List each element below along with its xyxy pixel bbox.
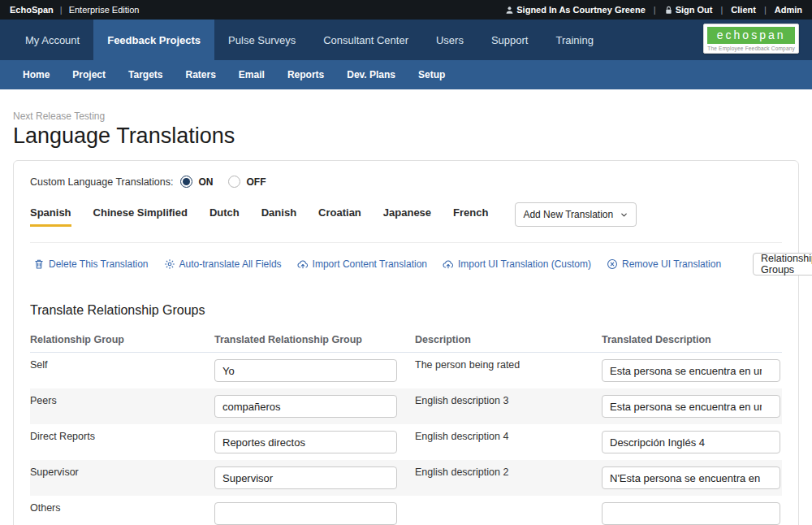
subnav-item-targets[interactable]: Targets bbox=[117, 60, 174, 89]
custom-translations-toggle: Custom Language Translations: ON OFF bbox=[30, 176, 782, 188]
section-filter-select[interactable]: Relationship Groups bbox=[753, 253, 812, 276]
lightbulb-icon[interactable] bbox=[763, 471, 775, 484]
subnav-item-dev-plans[interactable]: Dev. Plans bbox=[335, 60, 407, 89]
translated-description-input[interactable] bbox=[602, 431, 780, 453]
translated-group-input[interactable] bbox=[214, 502, 397, 525]
relationship-group-label: Direct Reports bbox=[30, 424, 214, 442]
nav-item-support[interactable]: Support bbox=[477, 20, 542, 60]
nav-item-feedback-projects[interactable]: Feedback Projects bbox=[93, 20, 214, 60]
radio-off[interactable] bbox=[228, 176, 240, 188]
auto-translate-all-fields-link[interactable]: Auto-translate All Fields bbox=[164, 258, 282, 270]
relationship-group-label: Supervisor bbox=[30, 460, 214, 478]
primary-nav: My AccountFeedback ProjectsPulse Surveys… bbox=[0, 20, 812, 60]
divider: | bbox=[764, 5, 767, 15]
language-tabs: SpanishChinese SimplifiedDutchDanishCroa… bbox=[30, 202, 782, 231]
lightbulb-icon[interactable] bbox=[380, 507, 392, 519]
subnav-item-home[interactable]: Home bbox=[11, 60, 61, 89]
subnav-item-reports[interactable]: Reports bbox=[276, 60, 335, 89]
language-tab-spanish[interactable]: Spanish bbox=[30, 206, 71, 227]
secondary-nav: HomeProjectTargetsRatersEmailReportsDev.… bbox=[0, 60, 812, 89]
lightbulb-icon[interactable] bbox=[380, 471, 392, 484]
table-row-supervisor: Supervisor English description 2 bbox=[30, 460, 782, 496]
subnav-item-email[interactable]: Email bbox=[227, 60, 276, 89]
delete-this-translation-link[interactable]: Delete This Translation bbox=[33, 258, 149, 270]
breadcrumb: Next Release Testing bbox=[13, 111, 799, 122]
radio-on[interactable] bbox=[180, 176, 192, 188]
translated-description-input[interactable] bbox=[602, 359, 780, 382]
language-tab-danish[interactable]: Danish bbox=[261, 206, 296, 227]
relationship-group-label: Others bbox=[30, 496, 214, 514]
header-translated-group: Translated Relationship Group bbox=[214, 334, 399, 345]
table-body: Self The person being rated bbox=[30, 353, 782, 525]
header-description: Description bbox=[399, 334, 602, 345]
on-label: ON bbox=[199, 176, 214, 188]
lightbulb-icon[interactable] bbox=[763, 364, 775, 376]
translated-description-input[interactable] bbox=[602, 395, 780, 418]
admin-link[interactable]: Admin bbox=[775, 5, 802, 15]
top-utility-bar: EchoSpan | Enterprise Edition Signed In … bbox=[0, 0, 812, 20]
lightbulb-icon[interactable] bbox=[763, 436, 775, 448]
divider: | bbox=[60, 5, 63, 15]
import-content-translation-link[interactable]: Import Content Translation bbox=[297, 258, 427, 270]
edition-label: Enterprise Edition bbox=[69, 5, 140, 15]
translated-group-input[interactable] bbox=[214, 466, 397, 489]
translated-group-input[interactable] bbox=[214, 395, 397, 418]
signed-in-link[interactable]: Signed In As Courtney Greene bbox=[505, 5, 646, 15]
description-label: English description 4 bbox=[399, 424, 602, 442]
translated-description-input[interactable] bbox=[602, 502, 780, 525]
lightbulb-icon[interactable] bbox=[380, 436, 392, 448]
table-header-row: Relationship Group Translated Relationsh… bbox=[30, 329, 782, 353]
divider: | bbox=[654, 5, 656, 15]
header-relationship-group: Relationship Group bbox=[30, 334, 214, 345]
import-ui-translation-custom-link[interactable]: Import UI Translation (Custom) bbox=[443, 258, 591, 270]
cloud-upload-icon bbox=[443, 258, 454, 270]
description-label bbox=[399, 496, 602, 502]
description-label: English description 3 bbox=[399, 388, 602, 406]
gear-icon bbox=[164, 258, 175, 270]
add-translation-select[interactable]: Add New Translation bbox=[515, 202, 637, 227]
nav-item-my-account[interactable]: My Account bbox=[11, 20, 93, 60]
sign-out-link[interactable]: Sign Out bbox=[664, 5, 713, 15]
table-row-peers: Peers English description 3 bbox=[30, 388, 782, 424]
client-link[interactable]: Client bbox=[731, 5, 756, 15]
lock-icon bbox=[664, 6, 673, 15]
lightbulb-icon[interactable] bbox=[380, 364, 392, 376]
language-tab-croatian[interactable]: Croatian bbox=[318, 206, 361, 227]
table-row-direct-reports: Direct Reports English description 4 bbox=[30, 424, 782, 460]
subnav-item-raters[interactable]: Raters bbox=[175, 60, 227, 89]
cloud-upload-icon bbox=[297, 258, 309, 270]
remove-ui-translation-link[interactable]: Remove UI Translation bbox=[607, 258, 721, 270]
translation-toolbar: Delete This Translation Auto-translate A… bbox=[30, 242, 782, 279]
relationship-groups-table: Relationship Group Translated Relationsh… bbox=[30, 329, 782, 525]
chevron-down-icon bbox=[620, 210, 628, 219]
page-title: Language Translations bbox=[13, 124, 799, 149]
nav-item-consultant-center[interactable]: Consultant Center bbox=[309, 20, 422, 60]
circle-x-icon bbox=[607, 258, 618, 270]
divider: | bbox=[720, 5, 723, 15]
logo-tagline: The Employee Feedback Company bbox=[707, 46, 795, 51]
subnav-item-project[interactable]: Project bbox=[61, 60, 117, 89]
brand-name: EchoSpan bbox=[10, 5, 54, 15]
language-tab-japanese[interactable]: Japanese bbox=[383, 206, 431, 227]
nav-item-users[interactable]: Users bbox=[422, 20, 477, 60]
lightbulb-icon[interactable] bbox=[380, 400, 392, 412]
lightbulb-icon[interactable] bbox=[763, 400, 775, 412]
translated-description-input[interactable] bbox=[602, 466, 780, 489]
header-translated-description: Translated Description bbox=[602, 334, 782, 345]
language-tab-chinese-simplified[interactable]: Chinese Simplified bbox=[93, 206, 188, 227]
table-row-self: Self The person being rated bbox=[30, 353, 782, 388]
subnav-item-setup[interactable]: Setup bbox=[407, 60, 456, 89]
translated-group-input[interactable] bbox=[214, 431, 397, 453]
description-label: English description 2 bbox=[399, 460, 602, 478]
off-label: OFF bbox=[247, 176, 266, 188]
nav-item-pulse-surveys[interactable]: Pulse Surveys bbox=[214, 20, 309, 60]
translations-panel: Custom Language Translations: ON OFF Spa… bbox=[13, 160, 799, 525]
translated-group-input[interactable] bbox=[214, 359, 397, 382]
nav-item-training[interactable]: Training bbox=[542, 20, 607, 60]
description-label: The person being rated bbox=[399, 353, 602, 371]
echospan-logo: echospan The Employee Feedback Company bbox=[703, 24, 799, 54]
language-tab-french[interactable]: French bbox=[453, 206, 488, 227]
language-tab-dutch[interactable]: Dutch bbox=[209, 206, 240, 227]
trash-icon bbox=[33, 258, 45, 270]
relationship-group-label: Self bbox=[30, 353, 214, 371]
